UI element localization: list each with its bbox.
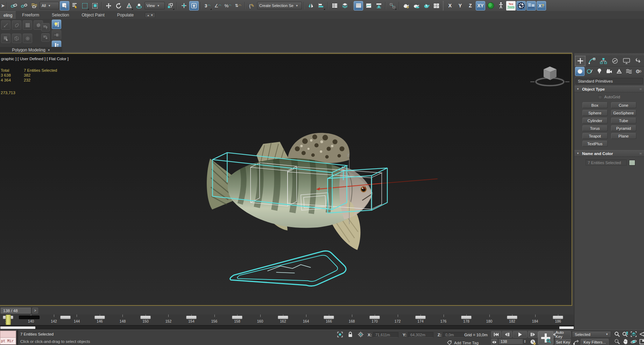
zoom-all-icon[interactable] xyxy=(621,331,629,338)
set-key-button[interactable]: Set Key xyxy=(555,339,571,345)
keyframe-marker[interactable] xyxy=(278,316,288,319)
time-slider-handle[interactable] xyxy=(6,315,11,325)
cone-button[interactable]: Cone xyxy=(611,102,636,108)
pin-stack-toggle[interactable] xyxy=(52,30,61,40)
keyboard-shortcut-override-toggle[interactable] xyxy=(189,1,199,10)
polygon-modeling-panel-label[interactable]: Polygon Modeling▼ xyxy=(0,47,62,53)
keyframe-marker[interactable] xyxy=(324,316,334,319)
z-coordinate-field[interactable]: 0,0m xyxy=(443,332,465,338)
window-crossing-toggle-button[interactable] xyxy=(90,1,100,10)
compass-crosshair-button[interactable] xyxy=(516,1,526,10)
keyframe-marker[interactable] xyxy=(369,316,380,319)
scrollbar-thumb-right[interactable] xyxy=(559,326,574,329)
spline-shape[interactable] xyxy=(230,251,346,286)
selection-set-dropdown[interactable]: Selected▼ xyxy=(572,331,611,338)
category-cameras[interactable] xyxy=(604,67,614,76)
unlink-selection-icon[interactable] xyxy=(19,1,29,10)
measure-panels-button[interactable] xyxy=(526,1,536,10)
lock-x-axis-button[interactable]: X xyxy=(445,1,455,10)
category-shapes[interactable] xyxy=(585,67,594,76)
pyramid-button[interactable]: Pyramid xyxy=(611,125,636,131)
lock-y-axis-button[interactable]: Y xyxy=(455,1,465,10)
select-and-manipulate-button[interactable] xyxy=(179,1,189,10)
category-geometry[interactable] xyxy=(575,67,585,76)
snap-toggle-3d-button[interactable]: 3◠ xyxy=(203,1,212,10)
tab-create[interactable] xyxy=(574,55,586,66)
new-key-default-icon[interactable] xyxy=(572,339,579,345)
x-coordinate-field[interactable]: 71,611m xyxy=(373,332,398,338)
frame-number-field[interactable]: 138 xyxy=(498,339,523,344)
set-keys-button[interactable] xyxy=(538,331,553,345)
percent-snap-toggle-button[interactable]: %◠ xyxy=(223,1,233,10)
select-and-link-icon[interactable] xyxy=(9,1,19,10)
tab-utilities[interactable] xyxy=(632,55,644,66)
perspective-viewport[interactable]: z graphic ] [ Us xyxy=(0,53,572,306)
select-and-rotate-button[interactable] xyxy=(114,1,123,10)
sphere-button[interactable]: Sphere xyxy=(582,110,608,116)
schematic-view-button[interactable] xyxy=(388,1,397,10)
add-time-tag[interactable]: Add Time Tag xyxy=(447,340,479,345)
play-animation-button[interactable] xyxy=(513,331,527,338)
absolute-offset-mode-toggle[interactable] xyxy=(358,332,364,337)
keyframe-marker[interactable] xyxy=(232,316,242,319)
show-end-result-toggle[interactable] xyxy=(52,20,61,29)
viewcube[interactable] xyxy=(530,66,569,86)
toggle-layer-explorer-button[interactable] xyxy=(340,1,349,10)
auto-key-button[interactable]: Auto Key xyxy=(555,331,571,338)
previous-frame-button[interactable] xyxy=(502,331,512,338)
keyframe-marker[interactable] xyxy=(60,316,71,319)
border-mode-button[interactable] xyxy=(23,20,32,30)
box-button[interactable]: Box xyxy=(582,102,608,108)
zoom-region-icon[interactable] xyxy=(613,338,621,345)
category-space-warps[interactable] xyxy=(624,67,634,76)
vertex-mode-button[interactable] xyxy=(1,20,10,30)
plane-button[interactable]: Plane xyxy=(611,133,636,139)
go-to-start-button[interactable] xyxy=(491,331,501,338)
ribbon-tab-modeling[interactable]: eling xyxy=(0,11,16,19)
name-color-rollout-header[interactable]: ▼ Name and Color ⁙ xyxy=(574,150,644,157)
angle-snap-toggle-button[interactable]: ∠◠ xyxy=(213,1,222,10)
fish-model[interactable] xyxy=(207,133,373,250)
ribbon-tab-populate[interactable]: Populate xyxy=(111,11,140,19)
timeline-scrollbar[interactable] xyxy=(0,326,574,330)
previous-modifier-button[interactable] xyxy=(41,23,50,31)
pan-hand-icon[interactable] xyxy=(621,338,629,345)
rendered-frame-window-button[interactable] xyxy=(411,1,421,10)
curve-editor-button[interactable] xyxy=(364,1,373,10)
edge-mode-button[interactable] xyxy=(12,20,21,30)
category-systems[interactable]: ⚙⚙ xyxy=(634,67,643,76)
geosphere-button[interactable]: GeoSphere xyxy=(611,110,636,116)
teapot-button[interactable]: Teapot xyxy=(582,133,608,139)
render-gallery-button[interactable] xyxy=(432,1,441,10)
textplus-button[interactable]: TextPlus xyxy=(582,141,608,147)
object-name-field[interactable]: 7 Entities Selected xyxy=(586,160,627,166)
scrollbar-thumb-left[interactable] xyxy=(0,326,35,329)
select-and-move-button[interactable] xyxy=(104,1,113,10)
keyframe-marker-dark[interactable] xyxy=(19,316,29,319)
maximize-viewport-toggle-icon[interactable] xyxy=(638,338,644,345)
render-setup-button[interactable] xyxy=(401,1,411,10)
keyframe-marker-dark[interactable] xyxy=(29,316,40,319)
dope-sheet-button[interactable] xyxy=(374,1,383,10)
keyframe-marker[interactable] xyxy=(186,316,197,319)
object-type-rollout-header[interactable]: ▼ Object Type ⁙ xyxy=(574,86,644,92)
category-helpers[interactable] xyxy=(614,67,624,76)
current-frame-display[interactable]: 138 / 48 xyxy=(1,308,31,314)
frame-spinner[interactable]: ▲▼ xyxy=(523,339,527,344)
object-color-swatch[interactable] xyxy=(629,160,635,166)
element-mode-button[interactable] xyxy=(23,34,32,43)
keyframe-marker[interactable] xyxy=(553,316,563,319)
edit-named-selection-sets-button[interactable]: {✎ xyxy=(247,1,256,10)
cylinder-button[interactable]: Cylinder xyxy=(582,118,608,124)
time-configuration-button[interactable] xyxy=(528,339,537,345)
quick-render-button[interactable] xyxy=(422,1,431,10)
toolbar-drag-separator[interactable] xyxy=(443,1,444,10)
biped-figure-button[interactable] xyxy=(496,1,505,10)
y-coordinate-field[interactable]: 64,302m xyxy=(408,332,433,338)
maxscript-mini-listener[interactable]: pt Mir xyxy=(0,331,16,345)
category-lights[interactable] xyxy=(595,67,604,76)
orbit-icon[interactable] xyxy=(630,338,638,345)
select-and-scale-button[interactable] xyxy=(124,1,134,10)
timeline-ruler[interactable]: 1381401421441461481501521541561581601621… xyxy=(0,315,574,326)
field-of-view-icon[interactable] xyxy=(638,331,644,338)
